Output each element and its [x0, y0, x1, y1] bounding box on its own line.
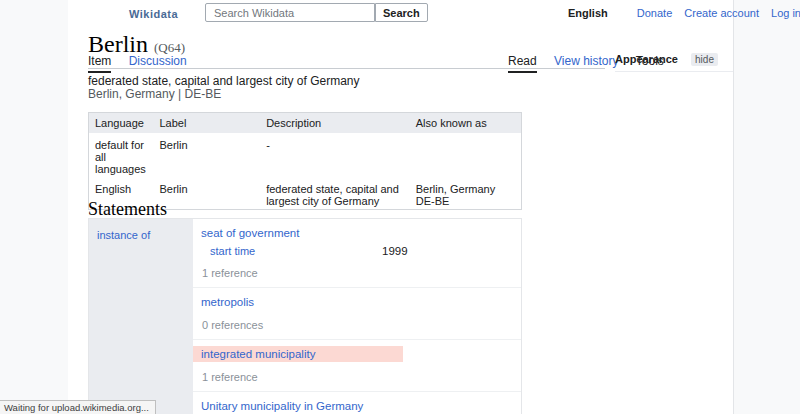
wikidata-logo[interactable]: Wikidata — [129, 8, 178, 20]
col-header-description: Description — [260, 113, 410, 134]
cell-also-known-as — [410, 133, 522, 177]
table-header-row: Language Label Description Also known as — [89, 113, 522, 134]
left-margin-strip — [0, 0, 68, 414]
statements-heading: Statements — [88, 199, 167, 220]
statement-value-block: metropolis 0 references — [193, 288, 521, 340]
statement-value-block: seat of government start time 1999 1 ref… — [193, 219, 521, 288]
entity-description: federated state, capital and largest cit… — [88, 74, 359, 88]
tabs-divider — [88, 68, 605, 69]
cell-description: - — [260, 133, 410, 177]
qualifier-value: 1999 — [382, 244, 408, 258]
value-link-unitary-municipality[interactable]: Unitary municipality in Germany — [201, 400, 363, 412]
col-header-language: Language — [89, 113, 154, 134]
table-row: default for all languages Berlin - — [89, 133, 522, 177]
cell-description: federated state, capital and largest cit… — [260, 177, 410, 210]
cell-language: default for all languages — [89, 133, 154, 177]
value-link-metropolis[interactable]: metropolis — [201, 296, 254, 308]
search-input[interactable] — [205, 3, 375, 22]
col-header-label: Label — [153, 113, 260, 134]
cell-label: Berlin — [153, 133, 260, 177]
right-margin-strip — [733, 0, 800, 414]
search-button[interactable]: Search — [375, 3, 428, 22]
statement-value: metropolis — [193, 294, 521, 310]
statement-value-highlighted: integrated municipality — [193, 346, 403, 362]
statement-value: Unitary municipality in Germany — [193, 398, 521, 414]
statement-values: seat of government start time 1999 1 ref… — [193, 219, 521, 414]
value-link-seat-of-government[interactable]: seat of government — [201, 227, 299, 239]
entity-aliases: Berlin, Germany | DE-BE — [88, 87, 221, 101]
appearance-hide-button[interactable]: hide — [691, 53, 718, 66]
donate-link[interactable]: Donate — [637, 7, 672, 19]
qualifier-row: start time 1999 — [193, 244, 521, 258]
statement-value-block: Unitary municipality in Germany 1 refere… — [193, 392, 521, 414]
statement-value-block: integrated municipality 1 reference — [193, 340, 521, 392]
language-selector-button[interactable]: English — [568, 7, 608, 19]
cell-label: Berlin — [153, 177, 260, 210]
references-toggle[interactable]: 1 reference — [193, 371, 521, 383]
personal-tools: English Donate Create account Log in — [568, 7, 800, 19]
statement-property: instance of — [89, 219, 193, 414]
tab-read[interactable]: Read — [508, 54, 537, 73]
cell-also-known-as: Berlin, Germany DE-BE — [410, 177, 522, 210]
appearance-title: Appearance — [615, 53, 678, 65]
create-account-link[interactable]: Create account — [684, 7, 759, 19]
appearance-panel: Appearance hide — [615, 53, 733, 72]
references-toggle[interactable]: 0 references — [193, 319, 521, 331]
tab-item[interactable]: Item — [88, 54, 111, 73]
qualifier-property-link[interactable]: start time — [210, 245, 255, 257]
references-toggle[interactable]: 1 reference — [193, 267, 521, 279]
log-in-link[interactable]: Log in — [771, 7, 800, 19]
value-link-integrated-municipality[interactable]: integrated municipality — [201, 348, 315, 360]
col-header-also-known-as: Also known as — [410, 113, 522, 134]
terms-table: Language Label Description Also known as… — [88, 112, 522, 210]
statement-value: seat of government — [193, 225, 521, 241]
statement-group: instance of seat of government start tim… — [88, 218, 522, 414]
browser-status-tooltip: Waiting for upload.wikimedia.org... — [0, 400, 156, 414]
property-link-instance-of[interactable]: instance of — [97, 229, 150, 241]
entity-id: (Q64) — [154, 40, 185, 55]
namespace-tabs: Item Discussion — [88, 54, 201, 73]
